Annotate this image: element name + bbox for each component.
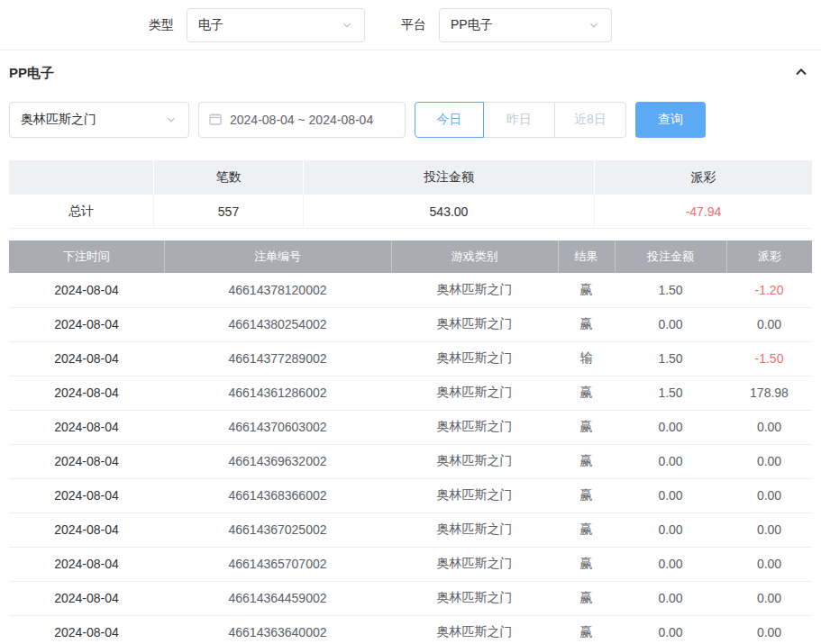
today-button[interactable]: 今日 xyxy=(415,102,484,138)
game-type-cell: 奥林匹斯之门 xyxy=(391,376,558,410)
search-button[interactable]: 查询 xyxy=(635,102,706,138)
payout-cell: 0.00 xyxy=(726,444,812,478)
header-bet-amount: 投注金额 xyxy=(615,240,726,273)
result-cell: 赢 xyxy=(558,478,615,512)
bet-amount-cell: 0.00 xyxy=(615,444,726,478)
chevron-down-icon xyxy=(165,113,178,126)
game-type-cell: 奥林匹斯之门 xyxy=(391,615,558,644)
bet-amount-cell: 1.50 xyxy=(615,273,726,307)
calendar-icon xyxy=(208,112,223,129)
summary-header-empty xyxy=(9,160,154,195)
yesterday-button[interactable]: 昨日 xyxy=(483,102,555,138)
table-row: 2024-08-04 46614378120002 奥林匹斯之门 赢 1.50 … xyxy=(9,273,812,307)
bet-time-cell: 2024-08-04 xyxy=(9,410,164,444)
payout-cell: -1.50 xyxy=(726,341,812,376)
result-cell: 赢 xyxy=(558,273,615,307)
summary-header-payout: 派彩 xyxy=(595,160,812,195)
bet-amount-cell: 1.50 xyxy=(615,376,726,410)
table-row: 2024-08-04 46614380254002 奥林匹斯之门 赢 0.00 … xyxy=(9,307,812,341)
payout-cell: 178.98 xyxy=(726,376,812,410)
section-header: PP电子 xyxy=(0,65,821,82)
bet-time-cell: 2024-08-04 xyxy=(9,615,164,644)
result-cell: 赢 xyxy=(558,547,615,581)
table-row: 2024-08-04 46614369632002 奥林匹斯之门 赢 0.00 … xyxy=(9,444,812,478)
result-cell: 赢 xyxy=(558,307,615,341)
table-row: 2024-08-04 46614370603002 奥林匹斯之门 赢 0.00 … xyxy=(9,410,812,444)
order-id-cell: 46614369632002 xyxy=(164,444,391,478)
filter-row: 奥林匹斯之门 2024-08-04 ~ 2024-08-04 今日 昨日 近8日… xyxy=(0,102,821,138)
header-result: 结果 xyxy=(558,240,615,273)
table-row: 2024-08-04 46614377289002 奥林匹斯之门 输 1.50 … xyxy=(9,341,812,376)
summary-table: 笔数 投注金额 派彩 总计 557 543.00 -47.94 xyxy=(9,160,812,229)
chevron-down-icon xyxy=(341,19,353,32)
bet-amount-cell: 0.00 xyxy=(615,410,726,444)
summary-header-bet-amount: 投注金额 xyxy=(304,160,595,195)
chevron-up-icon xyxy=(794,65,808,82)
platform-select-value: PP电子 xyxy=(451,17,493,33)
bets-table-head: 下注时间 注单编号 游戏类别 结果 投注金额 派彩 xyxy=(9,240,812,273)
table-row: 2024-08-04 46614364459002 奥林匹斯之门 赢 0.00 … xyxy=(9,581,812,615)
bet-time-cell: 2024-08-04 xyxy=(9,478,164,512)
order-id-cell: 46614380254002 xyxy=(164,307,391,341)
summary-bet-amount-value: 543.00 xyxy=(304,195,595,229)
bet-amount-cell: 0.00 xyxy=(615,512,726,547)
quick-date-button-group: 今日 昨日 近8日 xyxy=(415,102,626,138)
table-row: 2024-08-04 46614368366002 奥林匹斯之门 赢 0.00 … xyxy=(9,478,812,512)
game-select[interactable]: 奥林匹斯之门 xyxy=(9,102,189,138)
bet-time-cell: 2024-08-04 xyxy=(9,307,164,341)
platform-label: 平台 xyxy=(401,17,426,33)
result-cell: 赢 xyxy=(558,615,615,644)
bet-amount-cell: 0.00 xyxy=(615,581,726,615)
bet-amount-cell: 1.50 xyxy=(615,341,726,376)
order-id-cell: 46614377289002 xyxy=(164,341,391,376)
game-type-cell: 奥林匹斯之门 xyxy=(391,341,558,376)
bet-time-cell: 2024-08-04 xyxy=(9,547,164,581)
game-type-cell: 奥林匹斯之门 xyxy=(391,478,558,512)
summary-payout-value: -47.94 xyxy=(595,195,812,229)
type-label: 类型 xyxy=(149,17,174,33)
date-range-value: 2024-08-04 ~ 2024-08-04 xyxy=(230,113,373,127)
bet-time-cell: 2024-08-04 xyxy=(9,512,164,547)
header-game-type: 游戏类别 xyxy=(391,240,558,273)
order-id-cell: 46614363640002 xyxy=(164,615,391,644)
payout-cell: 0.00 xyxy=(726,615,812,644)
order-id-cell: 46614368366002 xyxy=(164,478,391,512)
collapse-section-button[interactable] xyxy=(794,65,808,82)
payout-cell: -1.20 xyxy=(726,273,812,307)
payout-cell: 0.00 xyxy=(726,478,812,512)
bet-time-cell: 2024-08-04 xyxy=(9,273,164,307)
platform-select[interactable]: PP电子 xyxy=(439,8,612,42)
order-id-cell: 46614378120002 xyxy=(164,273,391,307)
result-cell: 赢 xyxy=(558,512,615,547)
game-type-cell: 奥林匹斯之门 xyxy=(391,307,558,341)
type-field: 类型 电子 xyxy=(149,8,365,42)
last-8-days-button[interactable]: 近8日 xyxy=(554,102,626,138)
result-cell: 赢 xyxy=(558,410,615,444)
summary-count-value: 557 xyxy=(154,195,304,229)
order-id-cell: 46614367025002 xyxy=(164,512,391,547)
bet-amount-cell: 0.00 xyxy=(615,478,726,512)
result-cell: 赢 xyxy=(558,444,615,478)
bets-table: 下注时间 注单编号 游戏类别 结果 投注金额 派彩 2024-08-04 466… xyxy=(9,240,812,644)
section-title: PP电子 xyxy=(9,65,54,82)
game-type-cell: 奥林匹斯之门 xyxy=(391,410,558,444)
chevron-down-icon xyxy=(588,19,600,32)
bet-amount-cell: 0.00 xyxy=(615,307,726,341)
payout-cell: 0.00 xyxy=(726,512,812,547)
payout-cell: 0.00 xyxy=(726,410,812,444)
bet-time-cell: 2024-08-04 xyxy=(9,376,164,410)
game-type-cell: 奥林匹斯之门 xyxy=(391,512,558,547)
order-id-cell: 46614361286002 xyxy=(164,376,391,410)
result-cell: 赢 xyxy=(558,581,615,615)
payout-cell: 0.00 xyxy=(726,547,812,581)
game-type-cell: 奥林匹斯之门 xyxy=(391,581,558,615)
date-range-input[interactable]: 2024-08-04 ~ 2024-08-04 xyxy=(198,102,406,138)
result-cell: 输 xyxy=(558,341,615,376)
top-filter-bar: 类型 电子 平台 PP电子 xyxy=(0,0,821,50)
order-id-cell: 46614364459002 xyxy=(164,581,391,615)
bet-time-cell: 2024-08-04 xyxy=(9,444,164,478)
header-order-id: 注单编号 xyxy=(164,240,391,273)
summary-header-row: 笔数 投注金额 派彩 xyxy=(9,160,812,195)
bet-time-cell: 2024-08-04 xyxy=(9,581,164,615)
type-select[interactable]: 电子 xyxy=(187,8,365,42)
